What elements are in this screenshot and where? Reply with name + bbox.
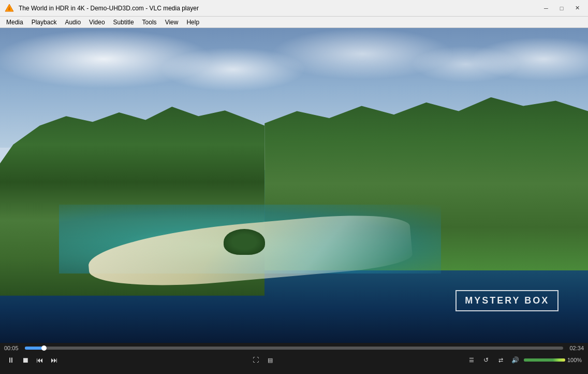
fullscreen-button[interactable]: ⛶ xyxy=(249,354,262,366)
svg-rect-2 xyxy=(9,7,10,9)
next-icon: ⏭ xyxy=(51,356,58,364)
playlist-icon: ☰ xyxy=(469,357,474,364)
next-button[interactable]: ⏭ xyxy=(48,354,61,366)
menu-tools[interactable]: Tools xyxy=(138,17,161,27)
volume-bar-fill xyxy=(524,358,565,362)
menu-media[interactable]: Media xyxy=(2,17,27,27)
stop-button[interactable]: ⏹ xyxy=(19,354,32,366)
volume-label: 100% xyxy=(567,357,584,363)
controls-bar: 00:05 02:34 ⏸ ⏹ ⏮ ⏭ ⛶ ▤ xyxy=(0,343,588,374)
volume-slider[interactable] xyxy=(524,358,565,362)
menu-playback[interactable]: Playback xyxy=(27,17,61,27)
menu-bar: Media Playback Audio Video Subtitle Tool… xyxy=(0,17,588,28)
stop-icon: ⏹ xyxy=(22,356,29,364)
seek-knob xyxy=(41,346,47,351)
window-controls: ─ □ ✕ xyxy=(539,3,584,13)
menu-subtitle[interactable]: Subtitle xyxy=(109,17,138,27)
volume-section: 🔊 100% xyxy=(508,354,584,366)
loop-button[interactable]: ↺ xyxy=(479,354,493,366)
volume-icon: 🔊 xyxy=(511,356,519,364)
playlist-button[interactable]: ☰ xyxy=(465,354,478,366)
time-total: 02:34 xyxy=(567,345,584,351)
prev-icon: ⏮ xyxy=(36,356,43,364)
title-bar: The World in HDR in 4K - Demo-UHD3D.com … xyxy=(0,0,588,17)
minimize-button[interactable]: ─ xyxy=(539,3,553,13)
menu-audio[interactable]: Audio xyxy=(61,17,85,27)
fullscreen-icon: ⛶ xyxy=(253,356,259,364)
mute-button[interactable]: 🔊 xyxy=(508,354,522,366)
menu-video[interactable]: Video xyxy=(85,17,109,27)
mystery-box-watermark: MYSTERY BOX xyxy=(455,290,558,311)
vlc-logo-icon xyxy=(4,3,14,13)
video-area[interactable]: MYSTERY BOX xyxy=(0,28,588,343)
play-pause-button[interactable]: ⏸ xyxy=(4,354,18,366)
window-title: The World in HDR in 4K - Demo-UHD3D.com … xyxy=(19,5,539,12)
small-island xyxy=(224,229,265,255)
loop-icon: ↺ xyxy=(483,356,489,364)
pause-icon: ⏸ xyxy=(7,356,14,364)
extended-settings-icon: ▤ xyxy=(268,357,273,364)
menu-view[interactable]: View xyxy=(161,17,183,27)
menu-help[interactable]: Help xyxy=(182,17,203,27)
extended-settings-button[interactable]: ▤ xyxy=(263,354,277,366)
prev-button[interactable]: ⏮ xyxy=(33,354,47,366)
buttons-row: ⏸ ⏹ ⏮ ⏭ ⛶ ▤ ☰ ↺ ⇄ xyxy=(4,354,584,366)
seek-bar[interactable] xyxy=(25,347,563,350)
time-current: 00:05 xyxy=(4,345,21,351)
close-button[interactable]: ✕ xyxy=(570,3,584,13)
random-button[interactable]: ⇄ xyxy=(494,354,507,366)
maximize-button[interactable]: □ xyxy=(555,3,568,13)
progress-row: 00:05 02:34 xyxy=(4,345,584,351)
random-icon: ⇄ xyxy=(498,357,503,364)
video-canvas: MYSTERY BOX xyxy=(0,28,588,343)
